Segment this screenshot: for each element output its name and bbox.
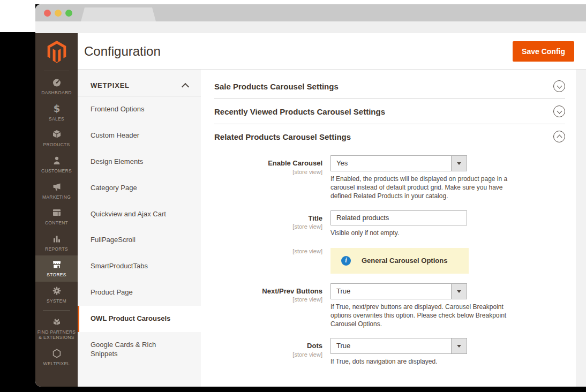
field-label: Dots — [214, 342, 322, 350]
nav-item-owl-product-carousels[interactable]: OWL Product Carousels — [78, 306, 201, 332]
sidebar-item-find-partners[interactable]: FIND PARTNERS & EXTENSIONS — [35, 313, 78, 344]
field-help-text: If Enabled, the products will be display… — [330, 175, 515, 201]
chevron-up-icon — [182, 82, 189, 90]
caret-down-icon[interactable] — [451, 338, 467, 353]
sidebar-item-products[interactable]: PRODUCTS — [35, 125, 78, 152]
sidebar-item-marketing[interactable]: MARKETING — [35, 178, 78, 204]
nav-item-category-page[interactable]: Category Page — [78, 175, 201, 201]
expand-section-icon[interactable] — [553, 105, 565, 117]
sidebar-item-dashboard[interactable]: DASHBOARD — [35, 73, 78, 100]
sidebar-item-customers[interactable]: CUSTOMERS — [35, 152, 78, 178]
magento-logo[interactable] — [35, 33, 78, 71]
field-scope: [store view] — [214, 248, 322, 254]
config-nav-section-wetpixel[interactable]: WETPIXEL — [78, 75, 201, 96]
page-background-corner — [0, 0, 35, 32]
config-content: Sale Products Carousel Settings Recently… — [201, 70, 576, 387]
layout-icon — [51, 207, 62, 218]
info-circle-icon: i — [341, 256, 351, 266]
brick-icon — [51, 316, 62, 327]
hexagon-icon — [51, 348, 62, 359]
sidebar-divider — [44, 71, 69, 71]
browser-window: Configuration Save Config DASHBOARD — [35, 4, 586, 387]
page-header: Configuration Save Config — [35, 33, 586, 70]
nav-item-quickview-ajax-cart[interactable]: Quickview and Ajax Cart — [78, 201, 201, 228]
field-help-text: Visible only if not empty. — [330, 229, 515, 237]
config-nav: WETPIXEL Frontend Options Custom Header … — [78, 70, 201, 387]
nav-item-product-page[interactable]: Product Page — [78, 280, 201, 306]
save-config-button[interactable]: Save Config — [513, 41, 574, 62]
megaphone-icon — [51, 182, 62, 192]
content-right-gutter — [576, 70, 586, 387]
related-products-carousel-form: Enable Carousel [store view] Yes If Enab… — [214, 155, 565, 366]
collapse-section-icon[interactable] — [553, 131, 565, 142]
nav-item-google-cards-rich-snippets[interactable]: Google Cards & Rich Snippets — [78, 332, 181, 367]
field-dots: Dots [store view] True If True, dots nav… — [214, 338, 565, 366]
close-window-icon[interactable] — [44, 10, 51, 17]
field-enable-carousel: Enable Carousel [store view] Yes If Enab… — [214, 155, 565, 201]
browser-tab[interactable] — [81, 7, 156, 21]
notice-box: i General Carousel Options — [330, 248, 469, 274]
dollar-icon: $ — [51, 103, 62, 114]
title-input[interactable] — [330, 210, 467, 225]
field-general-carousel-options: [store view] i General Carousel Options — [214, 248, 565, 274]
zoom-window-icon[interactable] — [65, 10, 72, 17]
browser-titlebar — [35, 4, 586, 21]
admin-body: WETPIXEL Frontend Options Custom Header … — [35, 70, 586, 387]
box-icon — [51, 129, 62, 140]
field-next-prev-buttons: Next/Prev Buttons [store view] True If T… — [214, 283, 565, 329]
field-scope: [store view] — [214, 351, 322, 358]
section-recently-viewed-carousel[interactable]: Recently Viewed Products Carousel Settin… — [214, 99, 565, 124]
field-help-text: If True, next/prev buttons are displayed… — [330, 303, 515, 329]
magento-admin: Configuration Save Config DASHBOARD — [35, 33, 586, 387]
section-related-products-carousel[interactable]: Related Products Carousel Settings — [214, 124, 565, 149]
svg-text:$: $ — [53, 103, 60, 114]
sidebar-item-stores[interactable]: STORES — [35, 255, 78, 282]
field-label: Enable Carousel — [214, 159, 322, 168]
page-background-top — [0, 0, 586, 4]
magento-sidebar: DASHBOARD $ SALES PRODUCTS — [35, 33, 78, 387]
gear-icon — [51, 285, 62, 296]
bar-chart-icon — [51, 233, 62, 244]
field-label: Next/Prev Buttons — [214, 287, 322, 296]
minimize-window-icon[interactable] — [55, 10, 62, 17]
page-title: Configuration — [84, 44, 161, 59]
sidebar-item-weltpixel[interactable]: WELTPIXEL — [35, 344, 78, 371]
sidebar-divider — [43, 310, 70, 311]
caret-down-icon[interactable] — [451, 156, 467, 171]
caret-down-icon[interactable] — [451, 284, 467, 299]
field-title: Title [store view] Visible only if not e… — [214, 210, 565, 237]
storefront-icon — [51, 259, 62, 270]
enable-carousel-select[interactable]: Yes — [330, 155, 467, 171]
field-scope: [store view] — [214, 296, 322, 303]
field-label: Title — [214, 214, 322, 223]
nav-item-smartproducttabs[interactable]: SmartProductTabs — [78, 253, 201, 280]
dots-select[interactable]: True — [330, 338, 467, 354]
sidebar-item-content[interactable]: CONTENT — [35, 203, 78, 230]
browser-urlbar[interactable] — [35, 21, 586, 33]
next-prev-buttons-select[interactable]: True — [330, 283, 467, 299]
field-scope: [store view] — [214, 169, 322, 175]
nav-item-design-elements[interactable]: Design Elements — [78, 149, 201, 175]
section-sale-products-carousel[interactable]: Sale Products Carousel Settings — [214, 74, 565, 99]
field-help-text: If True, dots navigation are displayed. — [330, 357, 515, 366]
nav-item-frontend-options[interactable]: Frontend Options — [78, 96, 201, 123]
sidebar-item-system[interactable]: SYSTEM — [35, 282, 78, 308]
nav-item-fullpagescroll[interactable]: FullPageScroll — [78, 227, 201, 253]
nav-item-custom-header[interactable]: Custom Header — [78, 123, 201, 149]
field-scope: [store view] — [214, 223, 322, 230]
sidebar-item-reports[interactable]: REPORTS — [35, 230, 78, 256]
dashboard-gauge-icon — [51, 77, 62, 88]
person-icon — [51, 155, 62, 166]
sidebar-item-sales[interactable]: $ SALES — [35, 100, 78, 126]
expand-section-icon[interactable] — [553, 80, 565, 92]
